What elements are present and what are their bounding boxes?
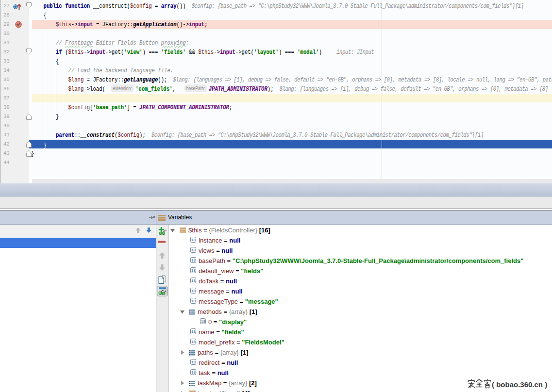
svg-text:18: 18 [191,360,196,364]
svg-text:18: 18 [191,289,196,293]
svg-text:18: 18 [191,258,196,262]
svg-text:18: 18 [191,340,196,344]
svg-text:18: 18 [191,370,196,375]
svg-text:18: 18 [191,299,196,303]
svg-text:( bobao.360.cn ): ( bobao.360.cn ) [492,380,547,389]
svg-text:18: 18 [191,248,196,252]
svg-text:18: 18 [191,238,196,242]
svg-text:18: 18 [201,319,205,324]
svg-text:18: 18 [191,268,196,273]
svg-text:18: 18 [191,329,196,334]
svg-text:18: 18 [191,278,196,283]
